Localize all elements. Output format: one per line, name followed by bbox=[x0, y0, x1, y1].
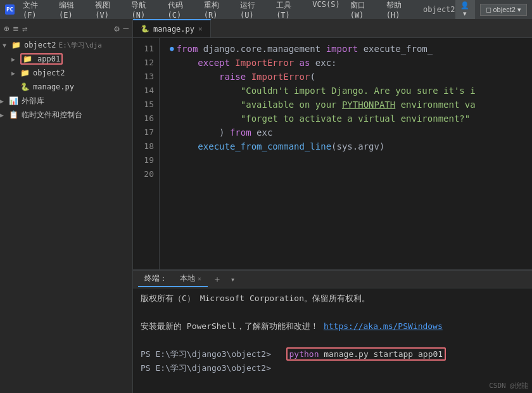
str-16: "forget to activate a virtual environmen… bbox=[241, 112, 470, 126]
tree-label-object2: object2 bbox=[33, 68, 65, 77]
ps-link[interactable]: https://aka.ms/PSWindows bbox=[324, 321, 443, 331]
project-button[interactable]: ◻ object2 ▾ bbox=[480, 4, 527, 16]
add-terminal-button[interactable]: ＋ bbox=[208, 272, 227, 287]
str-15b: environment va bbox=[395, 98, 475, 112]
bottom-tab-local[interactable]: 本地 ✕ bbox=[174, 271, 208, 287]
python-file-icon: 🐍 bbox=[20, 82, 30, 91]
code-line-13: ● raise ImportError ( bbox=[170, 70, 532, 84]
line-num-15: 15 bbox=[133, 98, 154, 112]
code-editor[interactable]: 11 12 13 14 15 16 17 18 19 20 ● from bbox=[133, 38, 532, 269]
menu-view[interactable]: 视图(V) bbox=[91, 0, 125, 21]
menu-file[interactable]: 文件(F) bbox=[18, 0, 53, 21]
str-14: "Couldn't import Django. Are you sure it… bbox=[241, 84, 476, 98]
term-command-highlighted: python manage.py startapp app01 bbox=[286, 347, 446, 361]
temp-icon: 📋 bbox=[9, 110, 19, 119]
app01-folder-highlighted: 📁 app01 bbox=[20, 53, 63, 65]
menu-tools[interactable]: 工具(T) bbox=[272, 0, 307, 21]
breakpoint-marker-13: ● bbox=[170, 70, 174, 84]
kw-as: as bbox=[300, 56, 310, 70]
menu-run[interactable]: 运行(U) bbox=[236, 0, 270, 21]
tree-item-linshi[interactable]: ▶ 📋 临时文件和控制台 bbox=[0, 108, 132, 122]
terminal-tab-label: 终端： bbox=[144, 273, 167, 284]
line-num-17: 17 bbox=[133, 126, 154, 139]
file-tree: ▼ 📁 object2 E:\学习\dja ▶ 📁 app01 ▶ 📁 obje… bbox=[0, 38, 132, 393]
menu-refactor[interactable]: 重构(R) bbox=[200, 0, 234, 21]
titlebar-right: 👤 ▾ ◻ object2 ▾ bbox=[455, 0, 527, 19]
arrow-app01: ▶ bbox=[11, 56, 20, 63]
term-cmd-python: python bbox=[289, 349, 319, 359]
line-num-11: 11 bbox=[133, 42, 154, 56]
line-num-14: 14 bbox=[133, 84, 154, 98]
menu-vcs[interactable]: VCS(S) bbox=[308, 0, 344, 21]
tree-label-linshi: 临时文件和控制台 bbox=[22, 110, 82, 120]
local-tab-label: 本地 bbox=[180, 273, 195, 284]
titlebar: PC 文件(F) 编辑(E) 视图(V) 导航(N) 代码(C) 重构(R) 运… bbox=[0, 0, 532, 19]
menu-nav[interactable]: 导航(N) bbox=[127, 0, 162, 21]
watermark: CSDN @倪能 bbox=[489, 381, 528, 390]
kw-from-11: from bbox=[177, 42, 198, 56]
tab-label: manage.py bbox=[153, 25, 194, 34]
fn-execute: execute_from_command_line bbox=[198, 139, 331, 153]
exc-importerror-13: ImportError bbox=[251, 70, 310, 84]
term-copyright: 版权所有（C） Microsoft Corporation。保留所有权利。 bbox=[141, 292, 524, 305]
sidebar-toolbar: ⊕ ≡ ⇌ ⚙ ─ bbox=[0, 19, 132, 38]
tree-item-manage-py[interactable]: ▶ 🐍 manage.py bbox=[0, 80, 132, 94]
tree-item-app01[interactable]: ▶ 📁 app01 bbox=[0, 52, 132, 66]
arrow-waibu: ▶ bbox=[0, 98, 9, 105]
folder-icon-app01: 📁 bbox=[23, 55, 33, 63]
app-icon: PC bbox=[5, 4, 15, 15]
editor-area: 🐍 manage.py ✕ 11 12 13 14 15 16 17 18 19… bbox=[133, 19, 532, 269]
breakpoint-marker-18: ● bbox=[170, 139, 174, 153]
profile-button[interactable]: 👤 ▾ bbox=[455, 0, 475, 19]
terminal-nav-arrow[interactable]: ▾ bbox=[227, 273, 239, 286]
tree-item-waibu[interactable]: ▶ 📊 外部库 bbox=[0, 94, 132, 108]
tree-item-root[interactable]: ▼ 📁 object2 E:\学习\dja bbox=[0, 38, 132, 52]
breakpoint-marker-11: ● bbox=[170, 42, 174, 56]
tree-path-root: E:\学习\dja bbox=[59, 41, 102, 50]
collapse-icon[interactable]: ─ bbox=[124, 23, 129, 34]
kw-from-17: from bbox=[230, 126, 251, 139]
code-content[interactable]: ● from django.core.management import exe… bbox=[160, 38, 532, 269]
str-15-pythonpath: PYTHONPATH bbox=[342, 98, 395, 112]
term-empty1 bbox=[141, 306, 524, 319]
settings-icon[interactable]: ⚙ bbox=[114, 23, 119, 34]
bottom-panel: 终端： 本地 ✕ ＋ ▾ 版权所有（C） Microsoft Corporati… bbox=[133, 269, 532, 393]
swap-icon[interactable]: ⇌ bbox=[22, 23, 27, 34]
kw-import-11: import bbox=[326, 42, 358, 56]
menu-help[interactable]: 帮助(H) bbox=[382, 0, 417, 21]
main-layout: ⊕ ≡ ⇌ ⚙ ─ ▼ 📁 object2 E:\学习\dja ▶ 📁 app0… bbox=[0, 19, 532, 393]
bottom-tab-terminal[interactable]: 终端： bbox=[138, 271, 174, 287]
menu-code[interactable]: 代码(C) bbox=[163, 0, 198, 21]
breakpoint-marker-20: ● bbox=[170, 167, 174, 181]
exc-importerror-12: ImportError bbox=[235, 56, 294, 70]
tree-item-object2-sub[interactable]: ▶ 📁 object2 bbox=[0, 66, 132, 80]
breakpoint-marker-17: ● bbox=[170, 126, 174, 139]
line-num-19: 19 bbox=[133, 153, 154, 167]
code-line-17: ● ) from exc bbox=[170, 126, 532, 139]
term-prompt-2: PS E:\学习\django3\object2> bbox=[141, 363, 271, 373]
tree-label-app01: app01 bbox=[37, 55, 60, 63]
bottom-tab-bar: 终端： 本地 ✕ ＋ ▾ bbox=[133, 271, 532, 288]
str-15a: "available on your bbox=[241, 98, 342, 112]
tab-manage-py[interactable]: 🐍 manage.py ✕ bbox=[133, 19, 211, 37]
line-num-13: 13 bbox=[133, 70, 154, 84]
tree-label-manage: manage.py bbox=[33, 82, 74, 91]
code-line-18: ● execute_from_command_line (sys.argv) bbox=[170, 139, 532, 153]
breakpoint-marker-16: ● bbox=[170, 112, 174, 126]
window-title: object2 bbox=[423, 5, 455, 14]
code-line-16: ● "forget to activate a virtual environm… bbox=[170, 112, 532, 126]
terminal-content[interactable]: 版权所有（C） Microsoft Corporation。保留所有权利。 安装… bbox=[133, 288, 532, 393]
term-prompt-1: PS E:\学习\django3\object2> bbox=[141, 349, 271, 359]
menu-edit[interactable]: 编辑(E) bbox=[54, 0, 89, 21]
folder-icon-object2: 📁 bbox=[20, 68, 30, 77]
local-tab-close[interactable]: ✕ bbox=[198, 275, 201, 282]
arrow-linshi: ▶ bbox=[0, 112, 9, 119]
add-icon[interactable]: ⊕ bbox=[4, 23, 9, 34]
tab-bar: 🐍 manage.py ✕ bbox=[133, 19, 532, 38]
menu-bar[interactable]: 文件(F) 编辑(E) 视图(V) 导航(N) 代码(C) 重构(R) 运行(U… bbox=[18, 0, 417, 21]
menu-window[interactable]: 窗口(W) bbox=[346, 0, 381, 21]
list-icon[interactable]: ≡ bbox=[13, 23, 18, 34]
tab-close-button[interactable]: ✕ bbox=[198, 25, 203, 33]
folder-icon-root: 📁 bbox=[11, 41, 22, 49]
code-line-14: ● "Couldn't import Django. Are you sure … bbox=[170, 84, 532, 98]
